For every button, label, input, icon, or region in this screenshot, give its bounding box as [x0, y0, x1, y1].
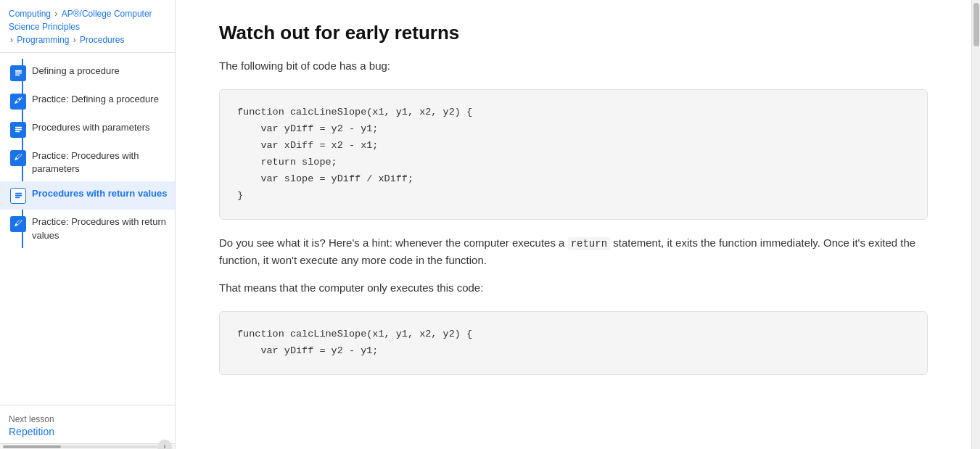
next-lesson-value[interactable]: Repetition [9, 426, 166, 437]
sidebar-item-practice-params[interactable]: Practice: Procedures with parameters [0, 144, 175, 181]
sidebar-item-label-2: Practice: Defining a procedure [32, 93, 168, 106]
sidebar-item-icon-1 [10, 65, 26, 81]
sidebar-scroll: Defining a procedure Practice: Defining … [0, 53, 175, 405]
return-inline-code: return [568, 237, 610, 250]
pencil-icon-2 [10, 94, 26, 110]
scroll-thumb [3, 445, 61, 448]
article-icon-5 [10, 188, 26, 204]
explanation-paragraph: Do you see what it is? Here's a hint: wh… [219, 234, 928, 269]
sidebar-item-icon-2 [10, 94, 26, 110]
next-lesson-label: Next lesson [9, 414, 166, 424]
svg-rect-7 [15, 193, 21, 194]
sidebar-item-icon-6 [10, 216, 26, 232]
sidebar-item-practice-return[interactable]: Practice: Procedures with return values [0, 210, 175, 247]
article-icon-3 [10, 122, 26, 138]
sidebar-items-wrapper: Defining a procedure Practice: Defining … [0, 59, 175, 248]
svg-rect-2 [15, 74, 20, 75]
next-lesson-section: Next lesson Repetition [0, 405, 175, 443]
svg-rect-6 [15, 131, 20, 132]
pencil-icon-4 [10, 150, 26, 166]
breadcrumb: Computing › AP®/College Computer Science… [0, 0, 175, 53]
sidebar-item-label-5: Procedures with return values [32, 187, 168, 200]
sidebar-bottom-scrollbar[interactable]: › [0, 443, 175, 449]
sidebar-item-procedures-return[interactable]: Procedures with return values [0, 181, 175, 210]
sidebar-item-procedures-params[interactable]: Procedures with parameters [0, 115, 175, 144]
sidebar-item-defining-procedure[interactable]: Defining a procedure [0, 59, 175, 87]
sidebar-item-label-3: Procedures with parameters [32, 121, 168, 134]
sidebar-item-label-1: Defining a procedure [32, 65, 168, 78]
that-means-paragraph: That means that the computer only execut… [219, 279, 928, 297]
breadcrumb-computing[interactable]: Computing [9, 9, 51, 19]
explanation-before: Do you see what it is? Here's a hint: wh… [219, 236, 568, 249]
breadcrumb-programming[interactable]: Programming [17, 35, 69, 45]
code-block-2: function calcLineSlope(x1, y1, x2, y2) {… [219, 311, 928, 375]
main-content: Watch out for early returns The followin… [176, 0, 971, 449]
page-title: Watch out for early returns [219, 22, 928, 44]
right-scrollbar[interactable] [971, 0, 980, 449]
sidebar-item-icon-5 [10, 188, 26, 204]
scroll-track [3, 445, 157, 448]
pencil-icon-6 [10, 216, 26, 232]
code-block-1: function calcLineSlope(x1, y1, x2, y2) {… [219, 89, 928, 220]
sidebar-item-label-4: Practice: Procedures with parameters [32, 149, 168, 176]
breadcrumb-procedures[interactable]: Procedures [80, 35, 124, 45]
right-scroll-thumb [973, 3, 979, 46]
svg-rect-9 [15, 197, 20, 198]
sidebar-item-icon-3 [10, 122, 26, 138]
svg-rect-5 [15, 128, 21, 130]
sidebar-item-label-6: Practice: Procedures with return values [32, 215, 168, 242]
svg-rect-0 [15, 70, 21, 71]
article-icon-1 [10, 65, 26, 81]
svg-rect-8 [15, 195, 21, 197]
intro-paragraph: The following bit of code has a bug: [219, 57, 928, 75]
svg-rect-4 [15, 126, 21, 128]
sidebar: Computing › AP®/College Computer Science… [0, 0, 176, 449]
sidebar-item-icon-4 [10, 150, 26, 166]
sidebar-item-practice-defining[interactable]: Practice: Defining a procedure [0, 87, 175, 115]
svg-rect-1 [15, 72, 21, 73]
